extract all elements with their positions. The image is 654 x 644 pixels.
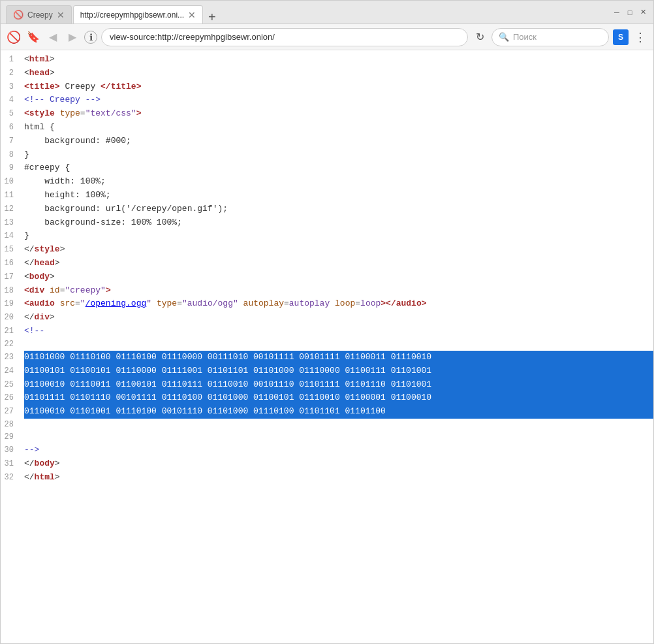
line-number: 22 (1, 338, 24, 351)
line-content: 01101000 01110100 01110100 01110000 0011… (24, 351, 653, 364)
forward-button[interactable]: ▶ (65, 29, 80, 45)
line-content: background: #000; (24, 135, 653, 148)
tab-source[interactable]: http://creepymhpgibsewr.oni... ✕ (73, 5, 203, 24)
source-line-21: 21<!-- (1, 325, 653, 338)
line-content: </style> (24, 243, 653, 257)
minimize-button[interactable]: ─ (612, 7, 622, 18)
source-view: 1<html>2<head>3<title> Creepy </title>4<… (1, 50, 653, 643)
source-line-30: 30--> (1, 443, 653, 457)
line-content: <div id="creepy"> (24, 284, 653, 298)
source-line-10: 10 width: 100%; (1, 175, 653, 189)
line-number: 31 (1, 458, 24, 470)
search-placeholder: Поиск (513, 32, 537, 42)
tab-close-2[interactable]: ✕ (188, 10, 196, 20)
line-number: 11 (1, 189, 24, 202)
source-line-20: 20</div> (1, 311, 653, 325)
source-line-9: 9#creepy { (1, 161, 653, 175)
close-button[interactable]: ✕ (638, 7, 648, 18)
line-number: 12 (1, 203, 24, 216)
line-number: 28 (1, 419, 24, 431)
line-content: } (24, 229, 653, 243)
source-line-22: 22 (1, 338, 653, 351)
line-content: 01100010 01110011 01100101 01110111 0111… (24, 378, 653, 392)
address-text: view-source:http://creepymhpgibsewr.onio… (110, 32, 275, 42)
source-line-16: 16</head> (1, 257, 653, 270)
source-line-26: 2601101111 01101110 00101111 01110100 01… (1, 391, 653, 405)
line-number: 27 (1, 406, 24, 418)
line-content: <head> (24, 67, 653, 80)
line-content: } (24, 148, 653, 162)
line-number: 29 (1, 431, 24, 443)
favicon-nav: 🔖 (25, 29, 41, 45)
nav-bar: 🚫 🔖 ◀ ▶ ℹ view-source:http://creepymhpgi… (1, 24, 653, 50)
line-content: </head> (24, 257, 653, 270)
source-line-31: 31</body> (1, 457, 653, 471)
menu-button[interactable]: ⋮ (632, 29, 648, 45)
line-content: background: url('/creepy/open.gif'); (24, 202, 653, 216)
line-number: 30 (1, 444, 24, 457)
line-content: </html> (24, 471, 653, 485)
address-bar[interactable]: view-source:http://creepymhpgibsewr.onio… (101, 28, 468, 46)
line-number: 6 (1, 121, 24, 134)
search-bar[interactable]: 🔍 Поиск (491, 28, 609, 46)
line-content: 01101111 01101110 00101111 01110100 0110… (24, 391, 653, 405)
line-number: 15 (1, 244, 24, 256)
line-content: 01100101 01100101 01110000 01111001 0110… (24, 364, 653, 378)
line-content: --> (24, 443, 653, 457)
source-line-5: 5<style type="text/css"> (1, 107, 653, 121)
new-tab-button[interactable]: + (204, 10, 220, 24)
source-line-25: 2501100010 01110011 01100101 01110111 01… (1, 378, 653, 392)
source-line-2: 2<head> (1, 67, 653, 80)
line-number: 19 (1, 298, 24, 310)
profile-icon[interactable]: S (613, 29, 629, 45)
source-line-29: 29 (1, 431, 653, 443)
line-number: 17 (1, 271, 24, 283)
line-content: background-size: 100% 100%; (24, 216, 653, 230)
tab-close-1[interactable]: ✕ (57, 10, 65, 20)
source-line-3: 3<title> Creepy </title> (1, 80, 653, 94)
line-content: <title> Creepy </title> (24, 80, 653, 94)
line-number: 21 (1, 325, 24, 338)
line-content: height: 100%; (24, 189, 653, 202)
source-line-17: 17<body> (1, 270, 653, 284)
source-line-15: 15</style> (1, 243, 653, 257)
source-line-11: 11 height: 100%; (1, 189, 653, 202)
tab-title: Creepy (27, 10, 53, 20)
line-number: 32 (1, 472, 24, 484)
line-content: html { (24, 121, 653, 135)
source-line-28: 28 (1, 419, 653, 431)
title-bar: 🚫 Creepy ✕ http://creepymhpgibsewr.oni..… (1, 1, 653, 24)
audio-src-link[interactable]: /opening.ogg (86, 298, 147, 308)
source-line-1: 1<html> (1, 53, 653, 67)
source-line-24: 2401100101 01100101 01110000 01111001 01… (1, 364, 653, 378)
maximize-button[interactable]: □ (625, 7, 635, 18)
search-icon: 🔍 (499, 32, 509, 42)
line-number: 14 (1, 230, 24, 242)
line-number: 23 (1, 351, 24, 364)
source-line-23: 2301101000 01110100 01110100 01110000 00… (1, 351, 653, 364)
source-line-18: 18<div id="creepy"> (1, 284, 653, 298)
line-content: <!-- Creepy --> (24, 93, 653, 107)
line-number: 24 (1, 365, 24, 378)
line-content: <html> (24, 53, 653, 67)
tab-title-2: http://creepymhpgibsewr.oni... (80, 10, 184, 20)
line-number: 16 (1, 257, 24, 270)
line-number: 9 (1, 162, 24, 174)
info-button[interactable]: ℹ (84, 31, 97, 44)
line-number: 1 (1, 54, 24, 66)
source-line-19: 19<audio src="/opening.ogg" type="audio/… (1, 297, 653, 311)
source-line-4: 4<!-- Creepy --> (1, 93, 653, 107)
tab-favicon: 🚫 (13, 10, 23, 20)
tab-creepy[interactable]: 🚫 Creepy ✕ (6, 5, 72, 24)
line-content: <!-- (24, 325, 653, 338)
line-number: 3 (1, 81, 24, 93)
line-content: <audio src="/opening.ogg" type="audio/og… (24, 297, 653, 311)
back-button[interactable]: ◀ (45, 29, 61, 45)
security-icon: 🚫 (6, 29, 22, 45)
source-line-32: 32</html> (1, 471, 653, 485)
refresh-button[interactable]: ↻ (472, 29, 488, 45)
line-number: 26 (1, 392, 24, 404)
line-number: 5 (1, 108, 24, 120)
line-number: 7 (1, 135, 24, 148)
source-line-13: 13 background-size: 100% 100%; (1, 216, 653, 230)
